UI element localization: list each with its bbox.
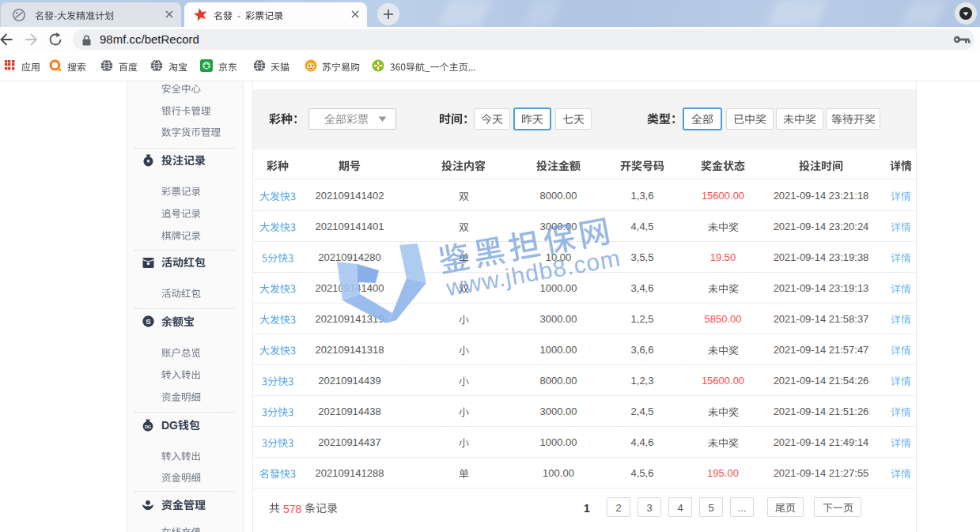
svg-text:DG: DG <box>145 424 151 429</box>
svg-text:S: S <box>146 317 150 326</box>
